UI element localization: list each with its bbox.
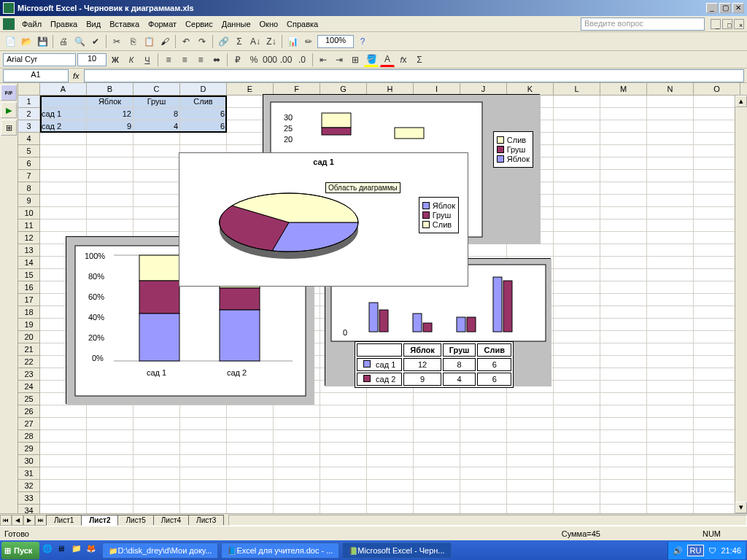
cell-O21[interactable]	[694, 343, 740, 356]
cell-L19[interactable]	[554, 319, 600, 331]
col-header-K[interactable]: K	[507, 83, 554, 95]
cell-C31[interactable]	[133, 467, 180, 480]
cell-B9[interactable]	[87, 195, 133, 207]
underline-button[interactable]: Ч	[140, 52, 155, 67]
start-button[interactable]: ⊞ Пуск	[1, 542, 39, 559]
cell-O10[interactable]	[694, 207, 740, 219]
cell-L4[interactable]	[554, 133, 600, 145]
cell-B8[interactable]	[87, 182, 133, 195]
menu-view[interactable]: Вид	[82, 18, 105, 30]
cell-O3[interactable]	[694, 120, 740, 133]
function-button[interactable]: fx	[396, 52, 411, 67]
cell-O9[interactable]	[694, 195, 740, 207]
tray-clock[interactable]: 21:46	[721, 546, 741, 555]
cut-button[interactable]: ✂	[109, 34, 124, 49]
col-header-B[interactable]: B	[87, 83, 133, 95]
cell-G27[interactable]	[320, 418, 367, 430]
tab-nav-last[interactable]: ⏭	[35, 515, 47, 526]
row-header-4[interactable]: 4	[18, 133, 40, 145]
cell-B11[interactable]	[87, 219, 133, 232]
cell-M34[interactable]	[600, 505, 647, 513]
cell-L9[interactable]	[554, 195, 600, 207]
cell-J30[interactable]	[460, 455, 507, 467]
cell-M16[interactable]	[600, 281, 647, 294]
cell-L12[interactable]	[554, 232, 600, 244]
cell-O11[interactable]	[694, 219, 740, 232]
cell-C27[interactable]	[133, 418, 180, 430]
cell-A29[interactable]	[40, 443, 87, 455]
cell-N32[interactable]	[647, 480, 694, 492]
row-header-15[interactable]: 15	[18, 269, 40, 281]
cell-A27[interactable]	[40, 418, 87, 430]
align-left-button[interactable]: ≡	[161, 52, 176, 67]
cell-K29[interactable]	[507, 443, 554, 455]
increase-decimal-button[interactable]: .00	[279, 52, 293, 67]
cell-G26[interactable]	[320, 405, 367, 418]
align-center-button[interactable]: ≡	[177, 52, 192, 67]
redo-button[interactable]: ↷	[195, 34, 209, 49]
row-header-21[interactable]: 21	[18, 343, 40, 356]
increase-indent-button[interactable]: ⇥	[332, 52, 347, 67]
cell-C10[interactable]	[133, 207, 180, 219]
cell-N11[interactable]	[647, 219, 694, 232]
cell-L31[interactable]	[554, 467, 600, 480]
cell-J28[interactable]	[460, 430, 507, 443]
row-header-31[interactable]: 31	[18, 467, 40, 480]
ql-app2-icon[interactable]: 🦊	[86, 544, 99, 557]
cell-C1[interactable]: Груш	[133, 96, 180, 108]
cell-L15[interactable]	[554, 269, 600, 281]
cell-B5[interactable]	[87, 145, 133, 158]
cell-C3[interactable]: 4	[133, 120, 180, 133]
cell-L13[interactable]	[554, 244, 600, 257]
zoom-field[interactable]: 100%	[317, 35, 354, 48]
cell-L25[interactable]	[554, 393, 600, 405]
align-right-button[interactable]: ≡	[193, 52, 208, 67]
cell-L26[interactable]	[554, 405, 600, 418]
cell-A31[interactable]	[40, 467, 87, 480]
cell-L22[interactable]	[554, 356, 600, 368]
cell-L18[interactable]	[554, 306, 600, 319]
format-painter-button[interactable]: 🖌	[158, 34, 172, 49]
cell-N1[interactable]	[647, 96, 694, 108]
row-header-13[interactable]: 13	[18, 244, 40, 257]
taskbar-item-explorer[interactable]: 📁 D:\disk_drey\d\Мои доку...	[102, 542, 218, 559]
cell-N20[interactable]	[647, 331, 694, 343]
col-header-C[interactable]: C	[133, 83, 180, 95]
comma-button[interactable]: 000	[263, 52, 277, 67]
cell-M17[interactable]	[600, 294, 647, 306]
cell-N31[interactable]	[647, 467, 694, 480]
cell-B33[interactable]	[87, 492, 133, 505]
select-all-corner[interactable]	[18, 83, 40, 95]
tray-lang-indicator[interactable]: RU	[687, 545, 705, 556]
sort-asc-button[interactable]: A↓	[248, 34, 263, 49]
cell-N8[interactable]	[647, 182, 694, 195]
cell-L23[interactable]	[554, 368, 600, 381]
cell-M20[interactable]	[600, 331, 647, 343]
col-header-E[interactable]: E	[227, 83, 274, 95]
cell-M7[interactable]	[600, 170, 647, 182]
cell-B29[interactable]	[87, 443, 133, 455]
cell-M10[interactable]	[600, 207, 647, 219]
cell-N15[interactable]	[647, 269, 694, 281]
cell-O25[interactable]	[694, 393, 740, 405]
cell-L30[interactable]	[554, 455, 600, 467]
col-header-M[interactable]: M	[600, 83, 647, 95]
cell-A6[interactable]	[40, 158, 87, 170]
cell-C26[interactable]	[133, 405, 180, 418]
cell-I32[interactable]	[414, 480, 460, 492]
cell-M8[interactable]	[600, 182, 647, 195]
tab-nav-prev[interactable]: ◀	[12, 515, 23, 526]
cell-G25[interactable]	[320, 393, 367, 405]
ql-app-icon[interactable]: 📁	[71, 544, 85, 557]
cell-G30[interactable]	[320, 455, 367, 467]
formula-input[interactable]	[84, 69, 744, 82]
cell-G32[interactable]	[320, 480, 367, 492]
tab-nav-next[interactable]: ▶	[23, 515, 35, 526]
cell-N2[interactable]	[647, 108, 694, 120]
mdi-restore-button[interactable]: □	[722, 19, 732, 29]
cell-I26[interactable]	[414, 405, 460, 418]
vertical-scrollbar[interactable]: ▴ ▾	[735, 96, 747, 513]
cell-E30[interactable]	[227, 455, 274, 467]
cell-C5[interactable]	[133, 145, 180, 158]
cell-N6[interactable]	[647, 158, 694, 170]
